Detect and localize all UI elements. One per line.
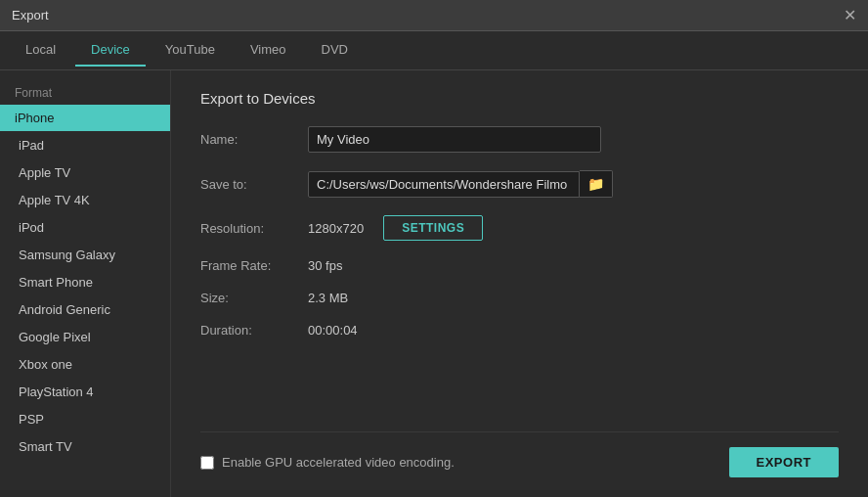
duration-value: 00:00:04 [308,323,358,338]
save-to-row: Save to: 📁 [200,170,839,198]
main-content: Format iPhone iPad Apple TV Apple TV 4K … [0,70,868,497]
sidebar-item-xbox-one[interactable]: Xbox one [4,351,166,378]
sidebar-item-iphone[interactable]: iPhone [0,105,170,131]
save-to-field-group: 📁 [308,170,613,198]
window-title: Export [12,8,49,23]
name-row: Name: [200,126,839,153]
settings-button[interactable]: SETTINGS [383,215,483,241]
export-button[interactable]: EXPORT [729,447,839,477]
panel-title: Export to Devices [200,90,839,107]
tab-device[interactable]: Device [75,34,146,67]
gpu-label: Enable GPU accelerated video encoding. [222,455,455,470]
resolution-label: Resolution: [200,221,308,236]
tab-dvd[interactable]: DVD [306,34,364,67]
gpu-row: Enable GPU accelerated video encoding. [200,455,455,470]
sidebar-item-android-generic[interactable]: Android Generic [4,296,166,323]
gpu-checkbox[interactable] [200,456,214,470]
duration-row: Duration: 00:00:04 [200,323,839,338]
save-to-input[interactable] [308,171,580,198]
tab-youtube[interactable]: YouTube [150,34,231,67]
sidebar-section-label: Format [0,80,170,104]
size-label: Size: [200,291,308,305]
frame-rate-row: Frame Rate: 30 fps [200,258,839,273]
resolution-row: Resolution: 1280x720 SETTINGS [200,215,839,241]
resolution-controls: 1280x720 SETTINGS [308,215,483,241]
name-input[interactable] [308,126,601,153]
title-bar: Export ✕ [0,0,868,31]
sidebar-item-samsung-galaxy[interactable]: Samsung Galaxy [4,242,166,268]
folder-browse-button[interactable]: 📁 [580,170,613,198]
sidebar-item-ipad[interactable]: iPad [4,132,166,158]
sidebar-item-psp[interactable]: PSP [4,406,166,432]
tab-bar: Local Device YouTube Vimeo DVD [0,31,868,70]
sidebar-item-apple-tv[interactable]: Apple TV [4,159,166,186]
frame-rate-value: 30 fps [308,258,342,273]
size-row: Size: 2.3 MB [200,291,839,305]
duration-label: Duration: [200,323,308,338]
sidebar-item-ipod[interactable]: iPod [4,214,166,241]
resolution-value: 1280x720 [308,221,364,236]
sidebar: Format iPhone iPad Apple TV Apple TV 4K … [0,70,171,497]
sidebar-item-smart-tv[interactable]: Smart TV [4,433,166,460]
right-panel: Export to Devices Name: Save to: 📁 Resol… [171,70,868,497]
size-value: 2.3 MB [308,291,348,305]
name-label: Name: [200,132,308,147]
folder-icon: 📁 [587,176,604,192]
sidebar-item-playstation-4[interactable]: PlayStation 4 [4,379,166,405]
bottom-bar: Enable GPU accelerated video encoding. E… [200,431,839,477]
save-to-label: Save to: [200,177,308,192]
sidebar-item-google-pixel[interactable]: Google Pixel [4,324,166,350]
sidebar-item-apple-tv-4k[interactable]: Apple TV 4K [4,187,166,213]
tab-local[interactable]: Local [10,34,71,67]
frame-rate-label: Frame Rate: [200,258,308,273]
tab-vimeo[interactable]: Vimeo [235,34,302,67]
close-button[interactable]: ✕ [844,8,856,23]
sidebar-item-smart-phone[interactable]: Smart Phone [4,269,166,295]
